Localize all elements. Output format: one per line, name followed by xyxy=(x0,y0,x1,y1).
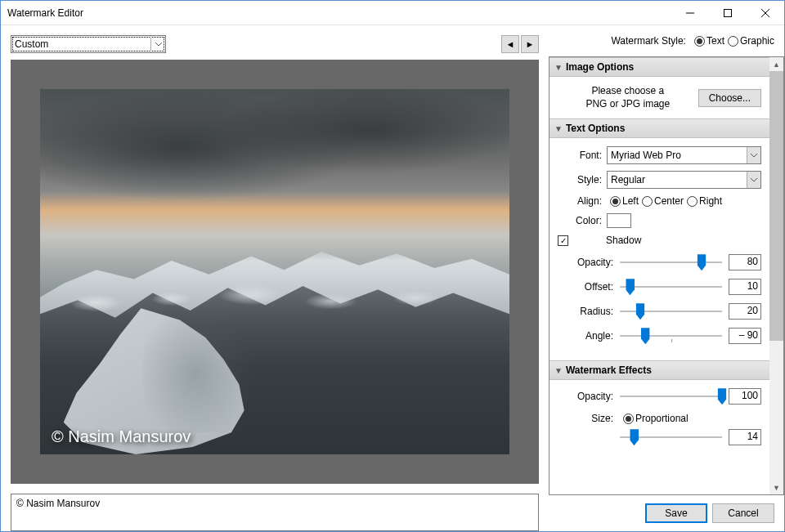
window-controls xyxy=(671,1,784,25)
shadow-offset-value[interactable]: 10 xyxy=(729,279,761,295)
shadow-opacity-value[interactable]: 80 xyxy=(729,254,761,270)
shadow-label: Shadow xyxy=(606,235,641,246)
shadow-radius-value[interactable]: 20 xyxy=(729,303,761,320)
font-style-dropdown[interactable]: Regular xyxy=(607,171,761,189)
text-options-header[interactable]: ▼ Text Options xyxy=(550,118,769,138)
shadow-angle-label: Angle: xyxy=(558,330,613,342)
chevron-down-icon xyxy=(747,172,760,188)
radio-icon xyxy=(623,414,634,424)
prev-image-button[interactable]: ◄ xyxy=(501,35,519,53)
shadow-opacity-label: Opacity: xyxy=(558,257,613,268)
window-title: Watermark Editor xyxy=(7,7,671,19)
image-hint: Please choose a PNG or JPG image xyxy=(558,85,698,110)
chevron-down-icon xyxy=(747,147,760,163)
font-label: Font: xyxy=(558,150,602,161)
scroll-up-icon[interactable]: ▲ xyxy=(769,57,783,71)
options-scroll-inner: ▼ Image Options Please choose a PNG or J… xyxy=(550,57,769,494)
align-right-radio[interactable]: Right xyxy=(687,195,722,207)
triangle-down-icon: ▼ xyxy=(554,366,563,375)
chevron-down-icon xyxy=(150,36,165,52)
dialog-buttons: Save Cancel xyxy=(549,495,784,531)
scroll-thumb[interactable] xyxy=(769,71,783,341)
shadow-angle-value[interactable]: – 90 xyxy=(729,328,761,344)
effects-opacity-value[interactable]: 100 xyxy=(729,388,761,405)
radio-icon xyxy=(642,196,653,207)
preview-area: © Nasim Mansurov xyxy=(11,60,539,484)
scroll-down-icon[interactable]: ▼ xyxy=(769,481,783,494)
shadow-opacity-slider[interactable] xyxy=(620,254,722,270)
maximize-button[interactable] xyxy=(709,1,747,25)
style-text-radio[interactable]: Text xyxy=(694,35,724,47)
effects-opacity-slider[interactable] xyxy=(620,388,722,405)
right-pane: Watermark Style: Text Graphic ▼ Image Op… xyxy=(549,35,784,531)
choose-image-button[interactable]: Choose... xyxy=(698,89,761,107)
watermark-editor-window: Watermark Editor Custom ◄ ► xyxy=(0,0,785,532)
size-slider[interactable] xyxy=(620,429,722,445)
options-panel: ▼ Image Options Please choose a PNG or J… xyxy=(549,56,784,495)
shadow-angle-slider[interactable] xyxy=(620,328,722,344)
color-swatch[interactable] xyxy=(607,213,631,228)
radio-icon xyxy=(610,196,621,207)
size-value[interactable]: 14 xyxy=(729,429,761,445)
triangle-down-icon: ▼ xyxy=(554,124,563,133)
shadow-offset-slider[interactable] xyxy=(620,279,722,295)
text-options-body: Font: Myriad Web Pro Style: Regular xyxy=(550,138,769,360)
color-label: Color: xyxy=(558,215,602,226)
radio-icon xyxy=(728,36,738,47)
titlebar: Watermark Editor xyxy=(1,1,784,25)
shadow-offset-label: Offset: xyxy=(558,281,613,293)
preview-image: © Nasim Mansurov xyxy=(40,89,509,454)
align-center-radio[interactable]: Center xyxy=(642,195,684,207)
effects-opacity-label: Opacity: xyxy=(558,391,613,402)
left-pane: Custom ◄ ► xyxy=(11,35,539,531)
next-image-button[interactable]: ► xyxy=(521,35,539,53)
style-graphic-radio[interactable]: Graphic xyxy=(728,35,774,47)
radio-icon xyxy=(687,196,698,207)
minimize-button[interactable] xyxy=(671,1,709,25)
style-label: Style: xyxy=(558,174,602,186)
watermark-text-input[interactable]: © Nasim Mansurov xyxy=(11,494,539,531)
preset-dropdown[interactable]: Custom xyxy=(11,35,166,53)
watermark-effects-header[interactable]: ▼ Watermark Effects xyxy=(550,360,769,380)
triangle-down-icon: ▼ xyxy=(554,63,563,72)
scrollbar[interactable]: ▲ ▼ xyxy=(769,57,783,494)
watermark-effects-body: Opacity: 100 Size: Proportional xyxy=(550,380,769,462)
watermark-overlay: © Nasim Mansurov xyxy=(52,427,191,446)
shadow-checkbox[interactable] xyxy=(558,235,568,246)
save-button[interactable]: Save xyxy=(645,503,707,523)
size-proportional-radio[interactable]: Proportional xyxy=(623,413,689,424)
close-button[interactable] xyxy=(747,1,784,25)
image-options-header[interactable]: ▼ Image Options xyxy=(550,57,769,77)
content-area: Custom ◄ ► xyxy=(1,25,784,531)
image-options-body: Please choose a PNG or JPG image Choose.… xyxy=(550,77,769,118)
size-label: Size: xyxy=(558,413,613,424)
align-label: Align: xyxy=(558,195,602,207)
radio-icon xyxy=(694,36,705,47)
shadow-radius-label: Radius: xyxy=(558,306,613,317)
align-left-radio[interactable]: Left xyxy=(610,195,639,207)
top-controls: Custom ◄ ► xyxy=(11,35,539,53)
cancel-button[interactable]: Cancel xyxy=(712,503,774,523)
preset-value: Custom xyxy=(15,38,48,50)
svg-rect-1 xyxy=(724,9,732,16)
font-dropdown[interactable]: Myriad Web Pro xyxy=(607,146,761,164)
nav-arrows: ◄ ► xyxy=(501,35,539,53)
shadow-radius-slider[interactable] xyxy=(620,303,722,320)
watermark-style-row: Watermark Style: Text Graphic xyxy=(549,35,784,47)
watermark-style-label: Watermark Style: xyxy=(611,35,686,47)
